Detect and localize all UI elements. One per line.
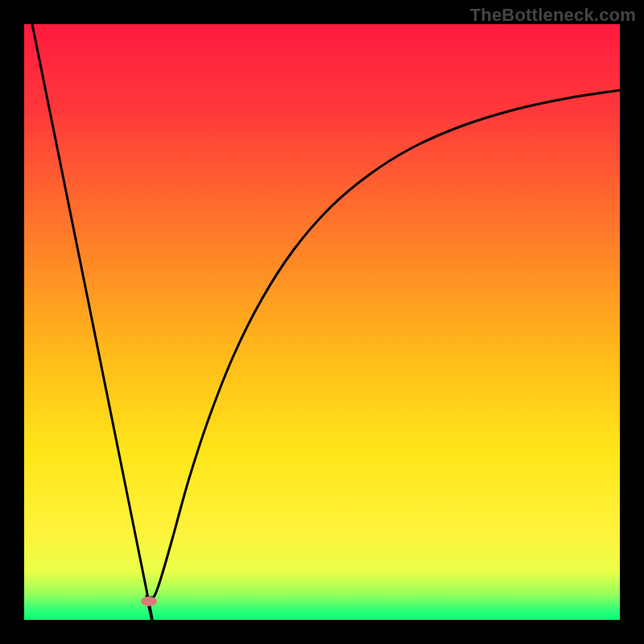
gradient-background [24, 24, 620, 620]
plot-area [24, 24, 620, 620]
min-marker [141, 597, 157, 606]
watermark-text: TheBottleneck.com [470, 5, 636, 26]
gradient-chart [24, 24, 620, 620]
